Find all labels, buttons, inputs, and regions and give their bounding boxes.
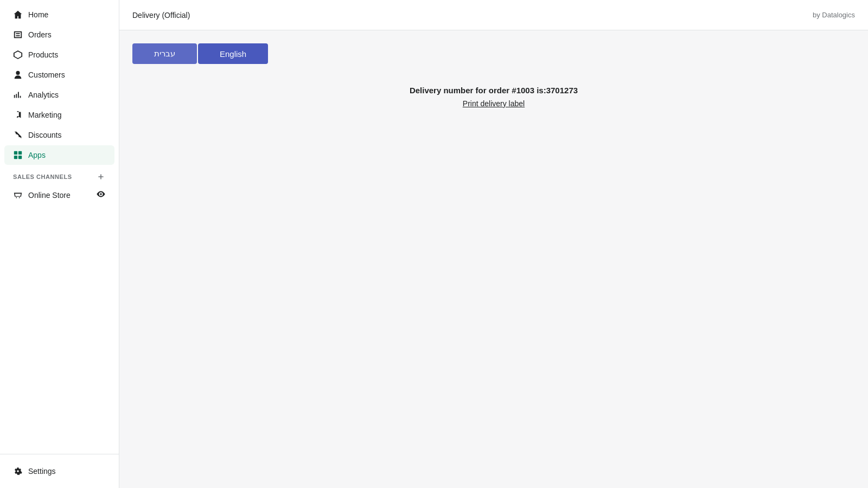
page-byline: by Datalogics: [813, 11, 855, 19]
sidebar-item-analytics-label: Analytics: [28, 91, 59, 99]
add-sales-channel-icon[interactable]: [96, 172, 106, 182]
sales-channels-label: SALES CHANNELS: [13, 174, 72, 180]
sidebar-item-products-label: Products: [28, 50, 58, 59]
sidebar-item-online-store[interactable]: Online Store: [4, 184, 114, 206]
sidebar-item-home-label: Home: [28, 10, 48, 19]
english-button[interactable]: English: [198, 43, 268, 64]
marketing-icon: [13, 110, 23, 120]
sidebar-item-orders[interactable]: Orders: [4, 25, 114, 44]
svg-rect-3: [18, 151, 22, 155]
top-bar: Delivery (Official) by Datalogics: [119, 0, 868, 30]
sidebar-nav: Home Orders Products Customers Analytics: [0, 0, 119, 454]
sidebar-item-settings-label: Settings: [28, 467, 56, 476]
sidebar-item-customers[interactable]: Customers: [4, 65, 114, 85]
home-icon: [13, 10, 23, 20]
sidebar-item-customers-label: Customers: [28, 70, 65, 79]
settings-icon: [13, 466, 23, 476]
online-store-icon: [13, 190, 23, 200]
svg-rect-4: [14, 156, 17, 159]
main-content: עברית English Delivery number for order …: [119, 30, 868, 488]
svg-rect-2: [14, 151, 17, 155]
hebrew-button[interactable]: עברית: [132, 43, 197, 64]
sidebar-item-analytics[interactable]: Analytics: [4, 85, 114, 105]
sidebar-item-apps[interactable]: Apps: [4, 145, 114, 165]
sidebar-item-marketing-label: Marketing: [28, 111, 61, 119]
orders-icon: [13, 30, 23, 40]
sidebar-item-discounts[interactable]: Discounts: [4, 125, 114, 145]
sidebar-item-online-store-label: Online Store: [28, 191, 71, 200]
analytics-icon: [13, 90, 23, 100]
sidebar: Home Orders Products Customers Analytics: [0, 0, 119, 488]
sidebar-item-orders-label: Orders: [28, 30, 52, 39]
sidebar-item-home[interactable]: Home: [4, 5, 114, 24]
sidebar-footer: Settings: [0, 454, 119, 488]
products-icon: [13, 50, 23, 60]
delivery-number-text: Delivery number for order #1003 is:37012…: [132, 86, 855, 95]
sales-channels-section: SALES CHANNELS: [4, 165, 114, 184]
sidebar-item-settings[interactable]: Settings: [4, 461, 114, 481]
sidebar-item-discounts-label: Discounts: [28, 131, 61, 139]
sidebar-item-marketing[interactable]: Marketing: [4, 105, 114, 125]
online-store-visibility-icon[interactable]: [96, 189, 106, 201]
delivery-info-section: Delivery number for order #1003 is:37012…: [132, 86, 855, 108]
discounts-icon: [13, 130, 23, 140]
page-title: Delivery (Official): [132, 11, 190, 20]
main-area: Delivery (Official) by Datalogics עברית …: [119, 0, 868, 488]
print-delivery-label-link[interactable]: Print delivery label: [132, 99, 855, 108]
sidebar-item-products[interactable]: Products: [4, 45, 114, 65]
language-button-group: עברית English: [132, 43, 855, 64]
sidebar-item-apps-label: Apps: [28, 151, 46, 159]
apps-icon: [13, 150, 23, 160]
customers-icon: [13, 70, 23, 80]
svg-rect-5: [18, 156, 22, 159]
